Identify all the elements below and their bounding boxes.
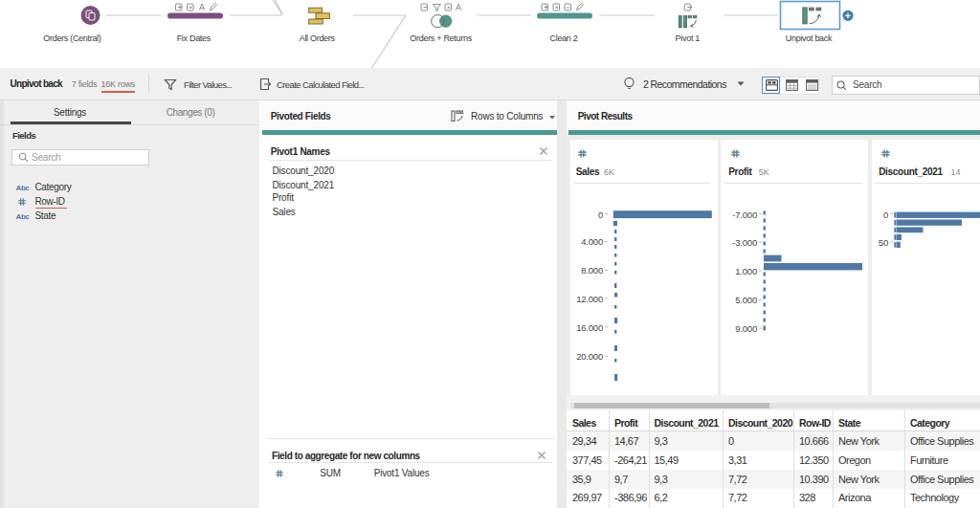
svg-text:0: 0 <box>883 210 888 220</box>
svg-text:9.000: 9.000 <box>735 323 757 334</box>
svg-text:5.000: 5.000 <box>735 295 757 305</box>
svg-text:16.000: 16.000 <box>576 322 603 333</box>
svg-text:4.000: 4.000 <box>581 236 603 247</box>
svg-text:50: 50 <box>879 237 888 248</box>
svg-text:8.000: 8.000 <box>581 265 603 276</box>
svg-text:1.000: 1.000 <box>735 266 757 276</box>
svg-text:-7.000: -7.000 <box>732 210 757 220</box>
svg-text:20.000: 20.000 <box>576 351 603 362</box>
svg-text:0: 0 <box>598 210 603 220</box>
svg-text:12.000: 12.000 <box>576 294 603 304</box>
svg-text:-3.000: -3.000 <box>732 237 757 248</box>
